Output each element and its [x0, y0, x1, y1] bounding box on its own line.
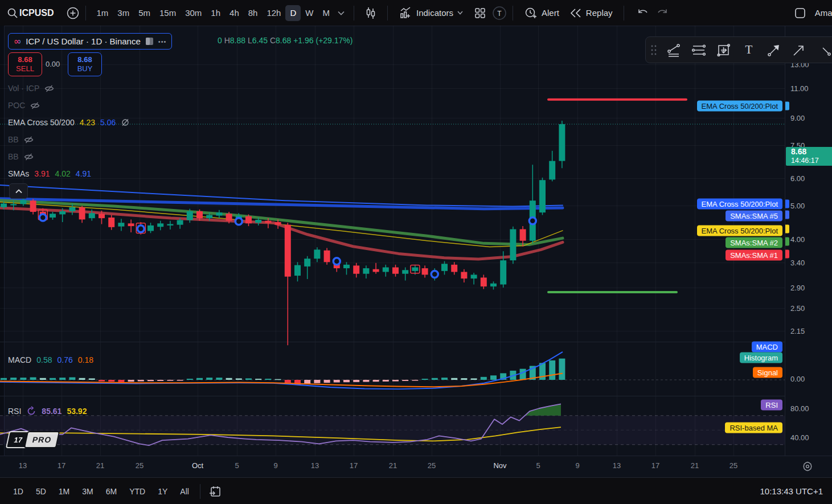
measure-tool-icon[interactable]	[817, 42, 832, 59]
eye-off-icon[interactable]	[30, 101, 40, 110]
horizontal-line-tool-icon[interactable]	[690, 42, 707, 59]
arrow-tool-icon[interactable]	[790, 42, 808, 59]
last-price: 8.68	[791, 147, 832, 157]
time-tick: 21	[389, 461, 397, 470]
indicator-row-ema-cross-50-200[interactable]: EMA Cross 50/2004.235.06	[8, 117, 130, 128]
sell-price: 8.68	[18, 55, 32, 64]
range-5d[interactable]: 5D	[31, 485, 51, 498]
timeframe-12h[interactable]: 12h	[262, 5, 285, 21]
flag-icon[interactable]	[145, 37, 154, 46]
indicator-row-vol-icp[interactable]: Vol · ICP	[8, 83, 54, 94]
timeframe-1m[interactable]: 1m	[92, 5, 113, 21]
plot-label: EMA Cross 50/200:Plot	[697, 199, 782, 210]
rsi-refresh-icon[interactable]	[26, 406, 36, 416]
macd-legend: MACD 0.580.760.18	[8, 354, 99, 366]
range-ytd[interactable]: YTD	[124, 485, 150, 498]
eye-off-icon[interactable]	[44, 84, 54, 93]
eye-off-icon[interactable]	[24, 136, 34, 144]
eye-off-icon[interactable]	[24, 153, 34, 161]
sell-label: SELL	[16, 64, 34, 73]
rsi-label[interactable]: RSI	[8, 407, 21, 416]
indicator-row-bb[interactable]: BB	[8, 134, 34, 145]
clock-utc[interactable]: 10:13:43 UTC+1	[760, 486, 823, 496]
indicator-row-smas[interactable]: SMAs3.914.024.91	[8, 168, 91, 179]
last-price-tag: 8.68 14:46:17	[786, 147, 832, 166]
arrow-marker-tool-icon[interactable]	[765, 42, 782, 59]
timeframe-3m[interactable]: 3m	[113, 5, 134, 21]
range-1d[interactable]: 1D	[8, 485, 28, 498]
macd-label[interactable]: MACD	[8, 355, 31, 364]
time-tick: 21	[691, 461, 699, 470]
indicator-name: SMAs	[8, 169, 29, 178]
range-3m[interactable]: 3M	[77, 485, 98, 498]
empty-set-icon[interactable]	[121, 118, 130, 127]
redo-icon[interactable]	[656, 7, 669, 19]
toolbar-divider	[513, 6, 513, 21]
timeframe-D[interactable]: D	[285, 5, 301, 21]
more-options-dots[interactable]: •••	[158, 38, 167, 45]
timeframe-5m[interactable]: 5m	[134, 5, 155, 21]
price-tick: 9.00	[790, 114, 805, 122]
timeframe-8h[interactable]: 8h	[244, 5, 263, 21]
timeframe-4h[interactable]: 4h	[225, 5, 244, 21]
buy-button[interactable]: 8.68 BUY	[68, 52, 102, 76]
rsi-value: 85.61	[42, 407, 62, 416]
go-to-date-icon[interactable]	[208, 485, 222, 498]
projection-box-tool-icon[interactable]	[715, 42, 732, 59]
compare-add-icon[interactable]	[66, 6, 80, 20]
template-t-icon[interactable]: T	[492, 6, 507, 21]
price-tick: 5.00	[790, 202, 805, 210]
range-all[interactable]: All	[175, 485, 194, 498]
toolbar-divider	[624, 6, 624, 21]
price-axis[interactable]: 8.68 14:46:17 13.0011.009.007.506.005.00…	[785, 26, 832, 456]
timeframe-1h[interactable]: 1h	[206, 5, 225, 21]
axis-settings-gear-icon[interactable]	[802, 461, 813, 472]
indicators-button[interactable]: Indicators	[394, 3, 468, 23]
axis-plot-strip	[785, 237, 789, 246]
collapse-legend-button[interactable]	[9, 183, 28, 199]
macd-value: 0.58	[36, 355, 52, 364]
symbol-name[interactable]: ICPUSD	[19, 8, 54, 18]
timeframe-15m[interactable]: 15m	[155, 5, 181, 21]
plot-label: EMA Cross 50/200:Plot	[697, 226, 782, 236]
text-tool-icon[interactable]: T	[740, 42, 757, 59]
indicator-row-poc[interactable]: POC	[8, 100, 40, 111]
timeframe-W[interactable]: W	[301, 5, 318, 21]
timeframe-30m[interactable]: 30m	[181, 5, 206, 21]
candlestick-style-icon[interactable]	[364, 7, 377, 19]
undo-icon[interactable]	[637, 7, 649, 19]
indicator-value: 5.06	[100, 118, 116, 127]
price-tick: 3.40	[790, 259, 805, 267]
range-1m[interactable]: 1M	[54, 485, 75, 498]
drag-handle-icon[interactable]	[650, 44, 657, 56]
price-chart-canvas[interactable]	[0, 26, 785, 456]
indicator-name: BB	[8, 152, 19, 161]
chevron-down-icon	[457, 11, 463, 15]
price-tick: 6.00	[790, 174, 805, 183]
icp-logo-icon: ∞	[14, 36, 21, 47]
alert-button[interactable]: Alert	[519, 3, 564, 23]
price-tick: 2.15	[790, 327, 805, 335]
time-tick: 25	[136, 461, 144, 470]
search-icon[interactable]	[7, 7, 18, 19]
indicators-label: Indicators	[416, 8, 453, 18]
plot-label: Histogram	[740, 353, 782, 363]
username[interactable]: Amara	[815, 8, 832, 18]
range-6m[interactable]: 6M	[101, 485, 122, 498]
ohlc-readout: 0 H8.88 L6.45 C8.68 +1.96 (+29.17%)	[218, 36, 353, 45]
indicator-value: 4.91	[76, 169, 91, 178]
trend-line-tool-icon[interactable]	[665, 42, 682, 59]
time-axis[interactable]: 13172125Oct5913172125Nov5913172125	[0, 456, 832, 478]
chevron-down-icon[interactable]	[338, 11, 345, 15]
range-1y[interactable]: 1Y	[153, 485, 173, 498]
time-tick: 13	[311, 461, 319, 470]
indicator-row-bb[interactable]: BB	[8, 151, 34, 162]
time-tick: 13	[19, 461, 27, 470]
legend-title: ICP / US Dollar · 1D · Binance	[26, 36, 140, 46]
layout-grid-icon[interactable]	[474, 7, 486, 19]
replay-button[interactable]: Replay	[564, 3, 618, 23]
symbol-legend[interactable]: ∞ ICP / US Dollar · 1D · Binance •••	[8, 33, 172, 50]
timeframe-M[interactable]: M	[318, 5, 334, 21]
sell-button[interactable]: 8.68 SELL	[8, 52, 42, 76]
save-layout-icon[interactable]	[793, 6, 807, 20]
